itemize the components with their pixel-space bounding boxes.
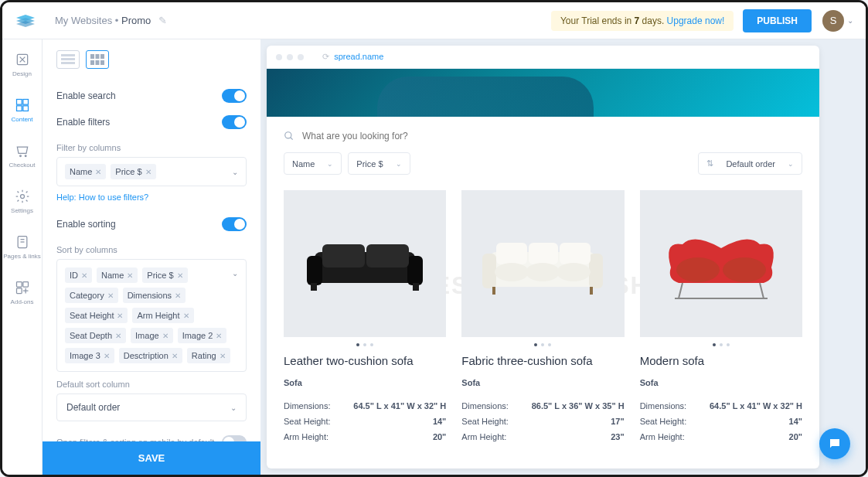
svg-rect-31 [413,283,419,291]
layout-grid[interactable] [86,50,109,69]
sort-chip[interactable]: Image 3✕ [65,348,114,363]
breadcrumb-current[interactable]: Promo [121,15,151,26]
svg-rect-2 [22,100,28,105]
close-icon[interactable]: ✕ [115,332,121,340]
close-icon[interactable]: ✕ [162,332,168,340]
preview-filter-name[interactable]: Name⌄ [284,152,342,175]
svg-rect-26 [307,256,322,285]
product-card[interactable]: Modern sofa Sofa Dimensions:64.5" L x 41… [640,190,802,445]
close-icon[interactable]: ✕ [95,168,101,176]
svg-rect-34 [589,254,603,288]
sort-chip[interactable]: Category✕ [65,288,118,303]
sort-columns-select[interactable]: ID✕ Name✕ Price $✕ Category✕ Dimensions✕… [56,259,247,372]
window-dot [298,54,304,60]
svg-point-7 [20,195,24,199]
default-sort-label: Default sort column [56,380,247,389]
sort-chip[interactable]: Desctription✕ [119,348,182,363]
close-icon[interactable]: ✕ [81,271,87,280]
product-image [461,190,624,337]
rail-pages[interactable]: Pages & links [2,231,42,263]
sort-chip[interactable]: Image✕ [131,328,173,343]
product-title: Fabric three-cushion sofa [461,354,624,367]
product-category: Sofa [284,378,446,387]
chat-button[interactable] [819,428,850,459]
svg-point-23 [285,132,291,138]
rail-addons[interactable]: Add-ons [2,277,42,308]
help-link[interactable]: Help: How to use filters? [56,193,148,202]
close-icon[interactable]: ✕ [145,168,151,176]
sort-chip[interactable]: Image 2✕ [178,328,227,343]
preview-area: ⟳ spread.name THESOFTWARE.SHOP Name⌄ Pri… [260,39,866,475]
svg-point-44 [723,257,766,282]
layout-list[interactable] [56,50,80,69]
rail-checkout[interactable]: Checkout [2,140,42,172]
enable-sorting-toggle[interactable] [222,217,247,231]
product-title: Modern sofa [640,354,802,367]
rail-settings[interactable]: Settings [2,186,42,217]
close-icon[interactable]: ✕ [216,332,222,340]
sidebar-rail: Design Content Checkout Settings Pages &… [2,39,43,475]
preview-filter-price[interactable]: Price $⌄ [348,152,410,175]
publish-button[interactable]: PUBLISH [743,9,812,32]
svg-rect-13 [16,288,22,294]
svg-rect-12 [22,282,28,288]
sort-chip[interactable]: Dimensions✕ [123,288,186,303]
svg-line-45 [679,283,682,298]
search-bar[interactable] [284,131,802,141]
search-icon [284,131,294,141]
svg-line-46 [760,283,764,298]
filter-columns-label: Filter by columns [56,143,247,152]
save-button[interactable]: SAVE [43,441,260,475]
preview-sort-order[interactable]: ⇅Default order⌄ [698,152,802,175]
close-icon[interactable]: ✕ [127,271,133,280]
avatar[interactable]: S [822,10,844,32]
filter-chip-name[interactable]: Name✕ [65,164,106,179]
edit-icon[interactable]: ✎ [158,15,167,26]
product-card[interactable]: Leather two-cushion sofa Sofa Dimensions… [284,190,446,445]
product-card[interactable]: Fabric three-cushion sofa Sofa Dimension… [461,190,624,445]
sort-chip[interactable]: ID✕ [65,267,92,283]
close-icon[interactable]: ✕ [104,352,110,360]
config-panel: Enable search Enable filters Filter by c… [43,39,260,475]
enable-sorting-label: Enable sorting [56,219,116,230]
chevron-down-icon: ⌄ [230,404,237,412]
svg-point-38 [495,263,529,281]
default-sort-select[interactable]: Default order⌄ [56,394,247,421]
sort-chip[interactable]: Rating✕ [187,348,230,363]
close-icon[interactable]: ✕ [117,312,123,320]
sort-chip[interactable]: Name✕ [97,267,138,283]
filter-columns-select[interactable]: Name✕ Price $✕ ⌄ [56,157,247,186]
close-icon[interactable]: ✕ [175,291,181,300]
svg-rect-3 [16,106,22,111]
trial-badge: Your Trial ends in 7 days. Upgrade now! [551,11,734,31]
close-icon[interactable]: ✕ [183,312,189,320]
svg-rect-21 [96,60,100,65]
rail-design[interactable]: Design [2,49,42,80]
enable-search-toggle[interactable] [222,89,247,103]
close-icon[interactable]: ✕ [172,352,178,360]
breadcrumb-root[interactable]: My Websites [55,15,112,26]
sort-chip[interactable]: Seat Depth✕ [65,328,126,343]
product-image [284,190,446,337]
sort-chip[interactable]: Arm Height✕ [132,308,193,323]
upgrade-link[interactable]: Upgrade now! [667,15,725,26]
sort-chip[interactable]: Seat Height✕ [65,308,128,323]
logo[interactable] [15,13,36,29]
close-icon[interactable]: ✕ [107,291,114,300]
search-input[interactable] [302,131,802,141]
filter-chip-price[interactable]: Price $✕ [111,164,155,179]
svg-rect-18 [96,54,100,59]
product-title: Leather two-cushion sofa [284,354,446,367]
close-icon[interactable]: ✕ [177,271,183,280]
enable-filters-toggle[interactable] [222,115,247,129]
svg-rect-16 [61,62,75,64]
svg-rect-27 [407,256,423,285]
sort-chip[interactable]: Price $✕ [142,267,187,283]
chevron-down-icon: ⌄ [232,168,238,176]
chevron-down-icon: ⌄ [232,269,238,278]
svg-point-40 [557,263,591,281]
url-bar: ⟳ spread.name [308,52,810,62]
close-icon[interactable]: ✕ [220,352,226,360]
chevron-down-icon[interactable]: ⌄ [847,16,853,25]
rail-content[interactable]: Content [2,94,42,126]
